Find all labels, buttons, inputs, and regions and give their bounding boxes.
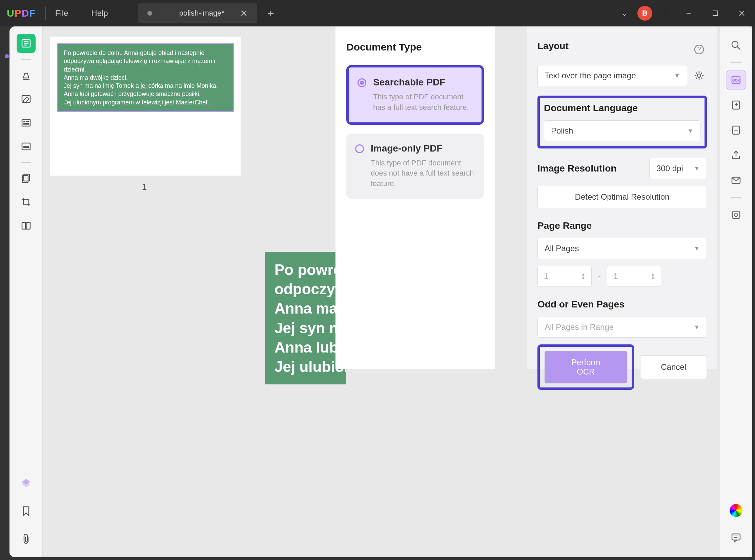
minimize-button[interactable] <box>676 0 702 26</box>
stepper-icon[interactable]: ▲▼ <box>581 272 585 280</box>
search-icon <box>731 40 741 51</box>
svg-point-24 <box>732 41 738 47</box>
crop-tool[interactable] <box>17 193 36 212</box>
option-description: This type of PDF document has a full tex… <box>373 92 473 113</box>
bookmark-tool[interactable] <box>17 502 36 521</box>
compress-tool-button[interactable] <box>727 121 746 140</box>
edit-text-tool[interactable] <box>17 89 36 108</box>
compare-tool[interactable] <box>17 216 36 235</box>
divider <box>666 6 666 20</box>
email-tool-button[interactable] <box>727 171 746 190</box>
bookmark-icon <box>21 505 31 517</box>
document-type-panel: Document Type Searchable PDF This type o… <box>335 26 495 369</box>
organize-pages-tool[interactable] <box>17 169 36 188</box>
gear-icon <box>694 70 705 81</box>
new-tab-button[interactable]: + <box>267 7 274 20</box>
batch-tool-button[interactable] <box>727 205 746 224</box>
menu-file[interactable]: File <box>55 8 68 18</box>
close-window-button[interactable] <box>729 0 755 26</box>
comment-icon <box>731 532 741 543</box>
redact-icon <box>21 141 32 152</box>
layers-icon <box>20 478 32 489</box>
convert-icon <box>731 100 741 111</box>
resolution-label: Image Resolution <box>537 163 616 174</box>
separator <box>21 59 31 60</box>
document-tab[interactable]: polish-image* ✕ <box>138 3 257 23</box>
svg-point-32 <box>734 213 738 217</box>
highlighter-tool[interactable] <box>17 66 36 85</box>
divider <box>45 6 46 20</box>
ai-tool-button[interactable] <box>727 501 746 520</box>
left-toolbar <box>9 26 43 557</box>
perform-ocr-button[interactable]: Perform OCR <box>545 351 627 383</box>
language-label: Document Language <box>544 103 700 114</box>
ocr-settings-panel: Layout ? Text over the page image ▼ Docu… <box>527 26 717 369</box>
svg-point-23 <box>697 74 701 77</box>
caret-down-icon: ▼ <box>674 72 680 79</box>
image-only-pdf-option[interactable]: Image-only PDF This type of PDF document… <box>346 134 484 199</box>
highlighter-icon <box>21 70 32 81</box>
user-avatar[interactable]: B <box>637 6 652 21</box>
detect-resolution-button[interactable]: Detect Optimal Resolution <box>537 186 707 208</box>
email-icon <box>731 176 741 185</box>
language-highlight: Document Language Polish ▼ <box>537 96 707 148</box>
caret-down-icon: ▼ <box>694 165 700 172</box>
redact-tool[interactable] <box>17 137 36 156</box>
searchable-pdf-option[interactable]: Searchable PDF This type of PDF document… <box>346 65 484 125</box>
page-thumbnail[interactable]: Po powrocie do domu Anna gotuje obiad i … <box>50 37 241 176</box>
range-to-input[interactable]: 1 ▲▼ <box>607 266 661 287</box>
tab-overflow-icon[interactable]: ⌄ <box>621 8 628 18</box>
ocr-tool-button[interactable]: OCR <box>727 71 746 89</box>
compare-icon <box>21 220 32 231</box>
svg-rect-33 <box>732 534 740 540</box>
tab-title: polish-image* <box>179 9 224 18</box>
range-from-input[interactable]: 1 ▲▼ <box>537 266 592 287</box>
attachment-tool[interactable] <box>17 529 36 548</box>
share-tool-button[interactable] <box>727 146 746 165</box>
maximize-icon <box>712 9 719 17</box>
help-button[interactable]: ? <box>691 42 707 57</box>
layout-label: Layout <box>537 41 569 52</box>
page-content-preview: Po powrocie odpoczywa Anna ma dw Jej syn… <box>265 252 346 384</box>
svg-rect-16 <box>23 146 29 148</box>
caret-down-icon: ▼ <box>687 127 693 135</box>
thumbnail-panel: — Po powrocie do domu Anna gotuje obiad … <box>43 26 246 557</box>
radio-icon <box>355 144 364 153</box>
form-tool[interactable] <box>17 113 36 132</box>
close-icon <box>738 9 746 17</box>
help-icon: ? <box>694 44 705 55</box>
layers-tool[interactable] <box>17 474 36 493</box>
batch-icon <box>731 209 741 220</box>
titlebar: UPDF File Help polish-image* ✕ + ⌄ B <box>0 0 755 26</box>
tab-indicator-icon <box>147 11 152 16</box>
convert-tool-button[interactable] <box>727 96 746 115</box>
stepper-icon[interactable]: ▲▼ <box>651 272 655 280</box>
crop-icon <box>21 197 32 207</box>
tab-close-icon[interactable]: ✕ <box>240 8 248 19</box>
comment-tool-button[interactable] <box>727 528 746 547</box>
maximize-button[interactable] <box>702 0 729 26</box>
reader-icon <box>21 38 32 49</box>
svg-rect-31 <box>732 211 740 219</box>
svg-rect-19 <box>22 222 27 229</box>
layout-settings-button[interactable] <box>691 68 707 83</box>
svg-rect-1 <box>713 11 718 16</box>
search-button[interactable] <box>727 36 746 55</box>
page-range-select[interactable]: All Pages ▼ <box>537 238 707 259</box>
svg-rect-20 <box>25 222 30 229</box>
cancel-button[interactable]: Cancel <box>640 355 707 379</box>
caret-down-icon: ▼ <box>694 324 700 331</box>
layout-select[interactable]: Text over the page image ▼ <box>537 65 687 86</box>
option-title: Image-only PDF <box>371 143 475 154</box>
notification-dot-icon <box>5 54 9 58</box>
form-icon <box>21 117 32 128</box>
svg-text:OCR: OCR <box>732 79 740 82</box>
radio-icon <box>358 78 366 87</box>
language-select[interactable]: Polish ▼ <box>544 120 700 141</box>
resolution-select[interactable]: 300 dpi ▼ <box>649 158 707 179</box>
separator <box>21 162 31 163</box>
odd-even-select[interactable]: All Pages in Range ▼ <box>537 317 707 338</box>
menu-help[interactable]: Help <box>91 8 108 18</box>
reader-tool[interactable] <box>17 34 36 53</box>
app-logo: UPDF <box>7 7 36 19</box>
